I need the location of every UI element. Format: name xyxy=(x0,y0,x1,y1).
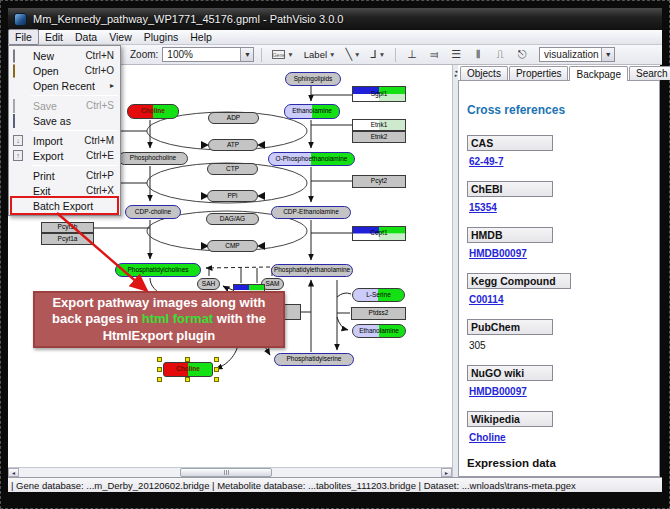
xref-link[interactable]: C00114 xyxy=(469,294,503,305)
selection-handle[interactable] xyxy=(157,367,162,372)
metabolite-node[interactable]: Phosphatidylcholines xyxy=(115,263,201,277)
gene-node[interactable]: Pcyt1b xyxy=(41,222,94,233)
scroll-left-icon[interactable]: ◄ xyxy=(8,468,19,477)
gene-node[interactable]: Pcyt1a xyxy=(41,233,94,245)
menu-item-save[interactable]: Save Ctrl+S xyxy=(9,98,120,113)
datanode-icon: Gene xyxy=(272,50,285,59)
menu-item-batch-export[interactable]: Batch Export xyxy=(9,198,120,213)
metabolite-node[interactable]: CMP xyxy=(207,240,258,252)
line-tool-button[interactable]: ╲ ▼ xyxy=(342,47,363,63)
common-width-icon: ⎍ xyxy=(496,48,504,61)
xref-link[interactable]: 62-49-7 xyxy=(469,156,503,167)
common-width-button[interactable]: ⎍ xyxy=(491,47,509,63)
save-icon xyxy=(13,100,25,111)
metabolite-node[interactable]: Phosphocholine xyxy=(118,152,188,165)
canvas-hscrollbar[interactable]: ◄ ► xyxy=(8,467,452,477)
chevron-down-icon[interactable]: ▼ xyxy=(379,51,385,58)
menu-item-open-recent[interactable]: Open Recent ▸ xyxy=(9,78,120,93)
zoom-combobox[interactable]: 100% ▼ xyxy=(162,47,254,62)
align-middle-button[interactable]: ⫤ xyxy=(425,47,443,63)
metabolite-node[interactable]: CDP-choline xyxy=(125,205,181,219)
chevron-down-icon[interactable]: ▼ xyxy=(354,51,360,58)
menu-item-new[interactable]: New Ctrl+N xyxy=(9,48,120,63)
label-button[interactable]: Label ▼ xyxy=(301,47,339,63)
gene-node[interactable]: Etnk1 xyxy=(352,119,406,131)
selection-handle[interactable] xyxy=(214,377,219,382)
menu-item-import[interactable]: ↓ Import Ctrl+M xyxy=(9,133,120,148)
metabolite-node[interactable]: Phosphatidylethanolamine xyxy=(271,264,353,277)
xref-link[interactable]: HMDB00097 xyxy=(469,386,527,397)
selection-handle[interactable] xyxy=(185,357,190,362)
metabolite-node[interactable]: O-Phosphoethanolamine xyxy=(268,152,355,166)
backpage-panel: Cross references CAS 62-49-7 ChEBI 15354… xyxy=(458,80,660,477)
visualization-value: visualization xyxy=(544,49,598,60)
line-icon: ╲ xyxy=(345,48,352,61)
menu-item-label: Save as xyxy=(33,115,71,127)
tab-backpage[interactable]: Backpage xyxy=(569,66,627,81)
hscrollbar-thumb[interactable] xyxy=(180,468,272,477)
gene-node[interactable]: Etnk2 xyxy=(352,131,406,143)
metabolite-node[interactable]: L-Serine xyxy=(352,288,405,302)
selected-metabolite-node[interactable]: Choline xyxy=(163,362,213,377)
metabolite-node[interactable]: Sphingolipids xyxy=(285,72,341,86)
metabolite-node[interactable]: Choline xyxy=(127,104,179,119)
metabolite-node[interactable]: DAG/AG xyxy=(206,213,259,225)
tab-properties[interactable]: Properties xyxy=(509,66,569,80)
tab-objects[interactable]: Objects xyxy=(460,66,508,80)
metabolite-node[interactable]: SAH xyxy=(197,278,220,290)
stack-horizontal-button[interactable]: ⦀ xyxy=(469,47,487,63)
gene-node[interactable]: Pcyt2 xyxy=(352,175,406,188)
menu-item-label: Save xyxy=(33,100,57,112)
statusbar: | Gene database: ...m_Derby_20120602.bri… xyxy=(8,477,662,492)
menu-item-open[interactable]: Open Ctrl+O xyxy=(9,63,120,78)
common-height-button[interactable]: ⎋ xyxy=(513,47,531,63)
side-panel: Objects Properties Backpage Search Legen… xyxy=(458,65,660,477)
selection-handle[interactable] xyxy=(214,357,219,362)
tab-search[interactable]: Search xyxy=(629,66,670,80)
metabolite-node[interactable]: PPi xyxy=(207,190,258,202)
menu-item-shortcut: Ctrl+N xyxy=(85,50,114,61)
selection-handle[interactable] xyxy=(157,357,162,362)
selection-handle[interactable] xyxy=(185,377,190,382)
metabolite-node[interactable]: Phosphatidylserine xyxy=(274,353,354,366)
menu-item-label: Open Recent xyxy=(33,80,95,92)
connector-tool-button[interactable]: ⅃ ▼ xyxy=(368,47,389,63)
metabolite-node[interactable]: ADP xyxy=(208,112,259,124)
datanode-button[interactable]: Gene ▼ xyxy=(269,47,296,63)
gene-node[interactable]: Cept1 xyxy=(352,226,406,241)
menu-item-print[interactable]: Print Ctrl+P xyxy=(9,168,120,183)
menu-file[interactable]: File xyxy=(8,29,39,45)
menu-edit[interactable]: Edit xyxy=(39,30,69,44)
zoom-value: 100% xyxy=(167,49,193,60)
metabolite-node[interactable]: CDP-Ethanolamine xyxy=(271,206,351,219)
chevron-down-icon[interactable]: ▼ xyxy=(240,48,253,61)
chevron-down-icon[interactable]: ▼ xyxy=(601,48,614,61)
xref-link[interactable]: 15354 xyxy=(469,202,497,213)
scroll-right-icon[interactable]: ► xyxy=(441,468,452,477)
connector-icon: ⅃ xyxy=(371,48,377,61)
metabolite-node[interactable]: Ethanolamine xyxy=(284,104,340,119)
metabolite-node[interactable]: Ethanolamine xyxy=(352,324,406,338)
stack-vertical-button[interactable]: ☰ xyxy=(447,47,465,63)
xref-link[interactable]: Choline xyxy=(469,432,506,443)
menu-data[interactable]: Data xyxy=(69,30,103,44)
metabolite-node[interactable]: CTP xyxy=(207,163,258,175)
menu-plugins[interactable]: Plugins xyxy=(138,30,184,44)
menu-item-save-as[interactable]: Save as xyxy=(9,113,120,128)
gene-node[interactable]: Sgpl1 xyxy=(352,86,406,102)
menu-view[interactable]: View xyxy=(103,30,138,44)
selection-handle[interactable] xyxy=(157,377,162,382)
xref-link[interactable]: HMDB00097 xyxy=(469,248,527,259)
selection-handle[interactable] xyxy=(214,367,219,372)
gene-node[interactable]: Ptdss2 xyxy=(351,307,406,320)
highlight-red-box xyxy=(10,196,119,215)
align-center-button[interactable]: ⊥ xyxy=(403,47,421,63)
metabolite-node[interactable]: ATP xyxy=(208,139,258,151)
chevron-down-icon[interactable]: ▼ xyxy=(329,51,335,58)
visualization-combobox[interactable]: visualization ▼ xyxy=(539,47,615,62)
gene-node-partially-hidden[interactable] xyxy=(283,304,301,320)
chevron-down-icon[interactable]: ▼ xyxy=(287,51,293,58)
menu-item-export[interactable]: ↑ Export Ctrl+E xyxy=(9,148,120,163)
menu-help[interactable]: Help xyxy=(184,30,218,44)
menu-separator xyxy=(31,95,118,96)
